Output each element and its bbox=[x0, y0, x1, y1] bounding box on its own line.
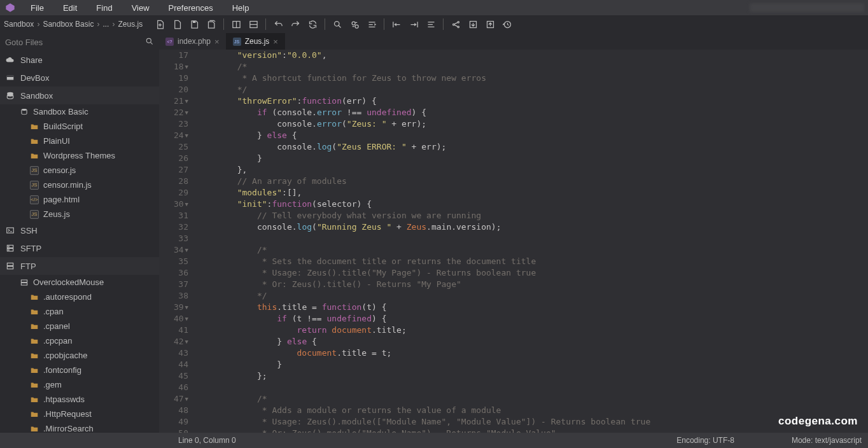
tree-folder[interactable]: PlainUI bbox=[0, 134, 159, 148]
tree-folder[interactable]: .cpanel bbox=[0, 319, 159, 333]
svg-line-7 bbox=[338, 25, 340, 27]
panel-ssh[interactable]: SSH bbox=[0, 221, 159, 239]
fold-toggle-icon[interactable]: ▼ bbox=[185, 61, 188, 73]
tree-folder[interactable]: .cpan bbox=[0, 304, 159, 319]
close-icon[interactable]: × bbox=[214, 37, 220, 46]
tree-folder[interactable]: BuildScript bbox=[0, 119, 159, 134]
history-button[interactable] bbox=[499, 17, 515, 31]
fold-toggle-icon[interactable]: ▼ bbox=[185, 199, 188, 210]
layout-split-v-button[interactable] bbox=[245, 17, 262, 31]
redo-button[interactable] bbox=[287, 17, 304, 31]
panel-devbox[interactable]: DevBox bbox=[0, 69, 159, 87]
stack-icon bbox=[19, 108, 29, 116]
panel-sandbox[interactable]: Sandbox bbox=[0, 87, 159, 104]
breadcrumb-seg[interactable]: Sandbox Basic bbox=[43, 20, 94, 29]
tab-index-php[interactable]: <? index.php × bbox=[159, 33, 227, 50]
goto-files-input[interactable] bbox=[5, 38, 145, 47]
new-folder-button[interactable] bbox=[169, 17, 185, 31]
tree-folder[interactable]: .gem bbox=[0, 377, 159, 392]
layout-split-h-button[interactable] bbox=[228, 17, 244, 31]
tree-file[interactable]: JSZeus.js bbox=[0, 207, 159, 221]
fold-toggle-icon[interactable]: ▼ bbox=[185, 130, 188, 141]
export-button[interactable] bbox=[465, 17, 481, 31]
refresh-button[interactable] bbox=[304, 17, 321, 31]
tab-zeus-js[interactable]: JS Zeus.js × bbox=[227, 33, 285, 50]
share-link-button[interactable] bbox=[447, 17, 464, 31]
indent-right-button[interactable] bbox=[405, 17, 422, 31]
line-number: 45 bbox=[159, 370, 188, 382]
search-button[interactable] bbox=[329, 17, 346, 31]
save-all-button[interactable] bbox=[203, 17, 220, 31]
devbox-icon bbox=[5, 73, 15, 82]
tree-label: censor.min.js bbox=[43, 180, 92, 190]
svg-rect-29 bbox=[7, 228, 14, 233]
tree-label: .htpasswds bbox=[43, 395, 85, 404]
save-button[interactable] bbox=[186, 17, 202, 31]
menu-file[interactable]: File bbox=[22, 1, 53, 15]
tree-folder[interactable]: .HttpRequest bbox=[0, 407, 159, 421]
svg-point-32 bbox=[8, 246, 9, 247]
replace-button[interactable] bbox=[346, 17, 363, 31]
breadcrumb-seg[interactable]: Sandbox bbox=[4, 20, 34, 29]
svg-point-17 bbox=[458, 26, 459, 28]
svg-rect-26 bbox=[7, 76, 14, 77]
menu-view[interactable]: View bbox=[123, 1, 158, 15]
panel-sftp[interactable]: SFTP bbox=[0, 239, 159, 257]
menu-help[interactable]: Help bbox=[223, 1, 258, 15]
line-number: 34▼ bbox=[159, 244, 188, 256]
fold-toggle-icon[interactable]: ▼ bbox=[185, 393, 188, 405]
line-number: 18▼ bbox=[159, 61, 188, 73]
close-icon[interactable]: × bbox=[273, 37, 278, 46]
new-file-button[interactable] bbox=[151, 17, 168, 31]
tree-file[interactable]: </>page.html bbox=[0, 192, 159, 207]
tree-label: page.html bbox=[43, 195, 80, 204]
format-lines-button[interactable] bbox=[423, 17, 439, 31]
breadcrumb[interactable]: Sandbox› Sandbox Basic› ...› Zeus.js bbox=[4, 20, 143, 29]
fold-toggle-icon[interactable]: ▼ bbox=[185, 313, 188, 325]
search-icon[interactable] bbox=[145, 37, 154, 48]
import-button[interactable] bbox=[482, 17, 498, 31]
undo-button[interactable] bbox=[270, 17, 286, 31]
encoding-indicator[interactable]: Encoding: UTF-8 bbox=[676, 436, 734, 445]
code-editor[interactable]: 1718▼192021▼22▼2324▼252627282930▼3132333… bbox=[159, 50, 868, 433]
line-number: 42▼ bbox=[159, 336, 188, 347]
tree-folder[interactable]: .autorespond bbox=[0, 290, 159, 304]
breadcrumb-seg[interactable]: Zeus.js bbox=[118, 20, 143, 29]
menu-preferences[interactable]: Preferences bbox=[160, 1, 222, 15]
indent-left-button[interactable] bbox=[388, 17, 405, 31]
fold-toggle-icon[interactable]: ▼ bbox=[185, 302, 188, 313]
tree-folder[interactable]: .htpasswds bbox=[0, 392, 159, 407]
tree-file[interactable]: JScensor.js bbox=[0, 163, 159, 178]
tree-folder[interactable]: .fontconfig bbox=[0, 363, 159, 377]
panel-share[interactable]: Share bbox=[0, 51, 159, 69]
tree-folder[interactable]: Wordpress Themes bbox=[0, 148, 159, 163]
folder-icon bbox=[29, 395, 39, 404]
tree-label: Sandbox Basic bbox=[33, 107, 88, 116]
editor-area: <? index.php × JS Zeus.js × 1718▼192021▼… bbox=[159, 33, 868, 433]
fold-toggle-icon[interactable]: ▼ bbox=[185, 95, 188, 107]
code-content[interactable]: "version":"0.0.0", /* * A shortcut funct… bbox=[192, 50, 868, 433]
fold-toggle-icon[interactable]: ▼ bbox=[185, 244, 188, 256]
panel-ftp[interactable]: FTP bbox=[0, 257, 159, 275]
menu-edit[interactable]: Edit bbox=[54, 1, 86, 15]
svg-line-19 bbox=[454, 25, 458, 27]
tree-folder-root[interactable]: OverclockedMouse bbox=[0, 275, 159, 290]
tree-folder[interactable]: .cpobjcache bbox=[0, 348, 159, 363]
tree-folder-root[interactable]: Sandbox Basic bbox=[0, 104, 159, 119]
svg-point-9 bbox=[355, 25, 358, 28]
fold-toggle-icon[interactable]: ▼ bbox=[185, 336, 188, 347]
fold-toggle-icon[interactable]: ▼ bbox=[185, 107, 188, 118]
tree-folder[interactable]: .cpcpan bbox=[0, 333, 159, 348]
goto-button[interactable] bbox=[363, 17, 380, 31]
tree-file[interactable]: JScensor.min.js bbox=[0, 178, 159, 192]
mode-indicator[interactable]: Mode: text/javascript bbox=[792, 436, 862, 445]
breadcrumb-seg[interactable]: ... bbox=[102, 20, 109, 29]
server-icon bbox=[19, 278, 29, 287]
line-number: 43 bbox=[159, 347, 188, 359]
line-number: 31 bbox=[159, 210, 188, 221]
terminal-icon bbox=[5, 226, 15, 235]
menu-find[interactable]: Find bbox=[87, 1, 121, 15]
svg-line-18 bbox=[454, 22, 458, 24]
server-icon bbox=[5, 262, 15, 270]
tree-folder[interactable]: .MirrorSearch bbox=[0, 421, 159, 433]
